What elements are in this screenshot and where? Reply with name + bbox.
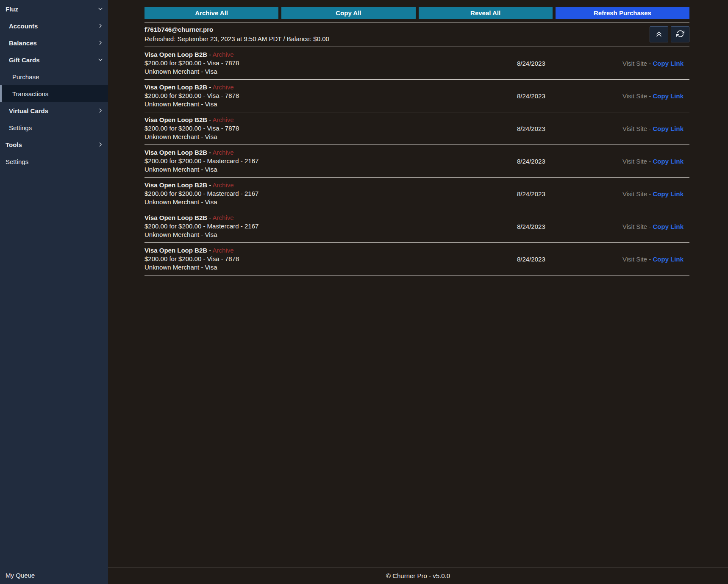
sidebar: Fluz Accounts Balances Gift Cards Purcha… <box>0 0 108 584</box>
title-separator: - <box>207 116 213 123</box>
refresh-purchases-button[interactable]: Refresh Purchases <box>556 7 689 19</box>
transaction-links: Visit Site - Copy Link <box>593 223 689 230</box>
main-area: Archive AllCopy AllReveal AllRefresh Pur… <box>108 0 728 584</box>
transaction-title-line: Visa Open Loop B2B - Archive <box>144 214 517 222</box>
transaction-amount-line: $200.00 for $200.00 - Mastercard - 2167 <box>144 222 517 231</box>
refresh-icon <box>676 30 684 39</box>
sidebar-item-fluz[interactable]: Fluz <box>0 0 108 17</box>
header-icon-buttons <box>650 26 689 42</box>
my-queue-label: My Queue <box>6 572 35 579</box>
transaction-merchant-line: Unknown Merchant - Visa <box>144 100 517 108</box>
archive-link[interactable]: Archive <box>213 83 234 91</box>
links-separator: - <box>647 158 653 165</box>
sidebar-item-label: Transactions <box>12 90 103 97</box>
archive-link[interactable]: Archive <box>213 149 234 156</box>
archive-link[interactable]: Archive <box>213 181 234 189</box>
links-separator: - <box>647 256 653 263</box>
sidebar-item-label: Virtual Cards <box>9 107 97 114</box>
chevron-right-icon <box>97 40 103 46</box>
main-spacer <box>108 275 728 567</box>
transaction-title-line: Visa Open Loop B2B - Archive <box>144 116 517 124</box>
collapse-all-button[interactable] <box>650 26 668 42</box>
sidebar-item-balances[interactable]: Balances <box>0 34 108 51</box>
transaction-details: Visa Open Loop B2B - Archive $200.00 for… <box>144 178 517 206</box>
transaction-title-line: Visa Open Loop B2B - Archive <box>144 83 517 92</box>
transaction-merchant-line: Unknown Merchant - Visa <box>144 263 517 272</box>
visit-site-link[interactable]: Visit Site <box>622 125 647 132</box>
sidebar-item-my-queue[interactable]: My Queue <box>0 567 108 584</box>
sidebar-item-label: Tools <box>6 141 97 148</box>
visit-site-link[interactable]: Visit Site <box>622 92 647 100</box>
copy-link[interactable]: Copy Link <box>653 190 684 197</box>
sidebar-item-purchase[interactable]: Purchase <box>0 68 108 85</box>
sidebar-items: Fluz Accounts Balances Gift Cards Purcha… <box>0 0 108 170</box>
sidebar-item-settings[interactable]: Settings <box>0 119 108 136</box>
toolbar: Archive AllCopy AllReveal AllRefresh Pur… <box>144 7 689 19</box>
sidebar-item-tools[interactable]: Tools <box>0 136 108 153</box>
content-area: Archive AllCopy AllReveal AllRefresh Pur… <box>108 0 728 275</box>
transaction-merchant-line: Unknown Merchant - Visa <box>144 165 517 174</box>
transaction-amount-line: $200.00 for $200.00 - Mastercard - 2167 <box>144 189 517 198</box>
archive-all-button[interactable]: Archive All <box>144 7 278 19</box>
sidebar-item-label: Gift Cards <box>9 56 97 64</box>
transaction-details: Visa Open Loop B2B - Archive $200.00 for… <box>144 80 517 108</box>
transaction-merchant-line: Unknown Merchant - Visa <box>144 198 517 206</box>
archive-link[interactable]: Archive <box>213 247 234 254</box>
archive-link[interactable]: Archive <box>213 116 234 123</box>
transaction-title-line: Visa Open Loop B2B - Archive <box>144 246 517 255</box>
sidebar-item-label: Settings <box>9 124 103 131</box>
transaction-date: 8/24/2023 <box>517 125 593 132</box>
transaction-details: Visa Open Loop B2B - Archive $200.00 for… <box>144 112 517 141</box>
account-header: f761b746@churner.pro Refreshed: Septembe… <box>144 22 689 47</box>
transaction-date: 8/24/2023 <box>517 256 593 263</box>
transaction-merchant-line: Unknown Merchant - Visa <box>144 231 517 239</box>
account-info: f761b746@churner.pro Refreshed: Septembe… <box>144 25 329 43</box>
links-separator: - <box>647 223 653 230</box>
sidebar-item-label: Balances <box>9 39 97 47</box>
sidebar-item-gift-cards[interactable]: Gift Cards <box>0 51 108 68</box>
copy-link[interactable]: Copy Link <box>653 158 684 165</box>
visit-site-link[interactable]: Visit Site <box>622 158 647 165</box>
visit-site-link[interactable]: Visit Site <box>622 223 647 230</box>
sidebar-item-label: Accounts <box>9 22 97 30</box>
sidebar-item-transactions[interactable]: Transactions <box>0 85 108 102</box>
archive-link[interactable]: Archive <box>213 51 234 58</box>
copy-link[interactable]: Copy Link <box>653 223 684 230</box>
copy-link[interactable]: Copy Link <box>653 125 684 132</box>
links-separator: - <box>647 92 653 100</box>
transaction-links: Visit Site - Copy Link <box>593 125 689 132</box>
copy-all-button[interactable]: Copy All <box>281 7 415 19</box>
transactions-list: Visa Open Loop B2B - Archive $200.00 for… <box>144 47 689 275</box>
links-separator: - <box>647 125 653 132</box>
refresh-button[interactable] <box>671 26 689 42</box>
transaction-title-line: Visa Open Loop B2B - Archive <box>144 148 517 157</box>
transaction-row: Visa Open Loop B2B - Archive $200.00 for… <box>144 47 689 80</box>
sidebar-item-settings[interactable]: Settings <box>0 153 108 170</box>
visit-site-link[interactable]: Visit Site <box>622 60 647 67</box>
reveal-all-button[interactable]: Reveal All <box>419 7 553 19</box>
title-separator: - <box>207 149 213 156</box>
sidebar-item-accounts[interactable]: Accounts <box>0 17 108 34</box>
copy-link[interactable]: Copy Link <box>653 256 684 263</box>
collapse-all-icon <box>655 29 663 39</box>
transaction-details: Visa Open Loop B2B - Archive $200.00 for… <box>144 145 517 174</box>
transaction-details: Visa Open Loop B2B - Archive $200.00 for… <box>144 243 517 272</box>
visit-site-link[interactable]: Visit Site <box>622 190 647 197</box>
footer-text: © Churner Pro - v5.0.0 <box>386 572 450 579</box>
transaction-title-line: Visa Open Loop B2B - Archive <box>144 50 517 59</box>
account-email: f761b746@churner.pro <box>144 25 329 34</box>
title-separator: - <box>207 83 213 91</box>
transaction-links: Visit Site - Copy Link <box>593 60 689 67</box>
transaction-title: Visa Open Loop B2B <box>144 247 207 254</box>
chevron-down-icon <box>97 57 103 63</box>
archive-link[interactable]: Archive <box>213 214 234 221</box>
transaction-title: Visa Open Loop B2B <box>144 51 207 58</box>
transaction-title-line: Visa Open Loop B2B - Archive <box>144 181 517 189</box>
copy-link[interactable]: Copy Link <box>653 60 684 67</box>
transaction-row: Visa Open Loop B2B - Archive $200.00 for… <box>144 243 689 275</box>
copy-link[interactable]: Copy Link <box>653 92 684 100</box>
sidebar-item-label: Purchase <box>12 73 103 81</box>
sidebar-item-virtual-cards[interactable]: Virtual Cards <box>0 102 108 119</box>
visit-site-link[interactable]: Visit Site <box>622 256 647 263</box>
transaction-details: Visa Open Loop B2B - Archive $200.00 for… <box>144 47 517 76</box>
